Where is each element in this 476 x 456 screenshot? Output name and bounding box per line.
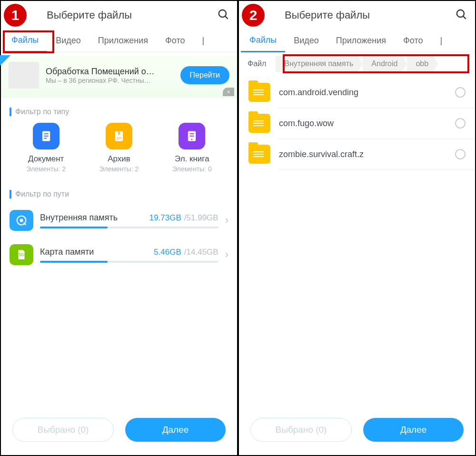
folder-icon (248, 83, 270, 102)
tab-apps[interactable]: Приложения (89, 30, 157, 52)
svg-rect-4 (44, 136, 48, 137)
type-label: Эл. книга (163, 154, 220, 164)
crumb-android[interactable]: Android (363, 56, 402, 72)
tab-photo[interactable]: Фото (157, 30, 193, 52)
svg-text:SD: SD (19, 252, 24, 257)
folder-name: zombie.survival.craft.z (279, 149, 446, 159)
tabs: Файлы Видео Приложения Фото | (239, 30, 475, 52)
svg-rect-5 (44, 138, 47, 139)
svg-rect-7 (118, 132, 120, 133)
type-count: Элементы: 0 (163, 165, 220, 173)
ad-go-button[interactable]: Перейти (180, 66, 229, 84)
breadcrumb: Файл Внутренняя память Android obb (239, 52, 475, 75)
selected-count-button[interactable]: Выбрано (0) (250, 418, 352, 442)
folder-icon (248, 145, 270, 164)
page-title: Выберите файлы (47, 9, 217, 21)
search-icon[interactable] (455, 8, 467, 22)
bottom-bar: Выбрано (0) Далее (239, 410, 475, 455)
header: Выберите файлы (239, 1, 475, 30)
tab-apps[interactable]: Приложения (327, 30, 395, 52)
ad-title: Обработка Помещений о… (46, 67, 174, 77)
ad-thumbnail (9, 62, 39, 89)
section-filter-path: Фильтр по пути Внутренняя память 19.73GB… (1, 184, 237, 277)
storage-bar-fill (40, 261, 108, 263)
svg-line-19 (463, 16, 466, 19)
step-badge-1: 1 (4, 4, 27, 27)
chevron-right-icon: › (225, 214, 228, 227)
type-count: Элементы: 2 (18, 165, 75, 173)
select-radio[interactable] (455, 87, 466, 98)
folder-row[interactable]: zombie.survival.craft.z (239, 139, 475, 169)
folder-row[interactable]: com.android.vending (239, 77, 475, 108)
section-title-path: Фильтр по пути (10, 190, 228, 198)
tab-video[interactable]: Видео (285, 30, 327, 52)
pane-step-2: 2 Выберите файлы Файлы Видео Приложения … (238, 0, 476, 456)
svg-point-13 (191, 139, 193, 140)
bottom-bar: Выбрано (0) Далее (1, 410, 237, 455)
folder-list: com.android.vending com.fugo.wow zombie.… (239, 75, 475, 172)
pane-step-1: 1 Выберите файлы Файлы Видео Приложения … (0, 0, 238, 456)
folder-row[interactable]: com.fugo.wow (239, 108, 475, 139)
storage-name: Внутренняя память (40, 213, 118, 223)
folder-name: com.android.vending (279, 88, 446, 98)
tab-photo[interactable]: Фото (395, 30, 431, 52)
type-archive[interactable]: ZIP Архив Элементы: 2 (90, 123, 148, 173)
hdd-icon (10, 210, 33, 231)
svg-rect-12 (190, 136, 194, 137)
document-icon (33, 123, 60, 149)
page-title: Выберите файлы (285, 9, 455, 21)
ad-body: Обработка Помещений о… Мы – в 36 региона… (46, 67, 174, 84)
storage-total: /14.45GB (184, 248, 218, 257)
tab-overflow[interactable]: | (193, 30, 213, 52)
storage-used: 19.73GB (149, 213, 181, 223)
storage-used: 5.46GB (154, 248, 181, 257)
folder-name: com.fugo.wow (279, 119, 446, 129)
ad-card[interactable]: Обработка Помещений о… Мы – в 36 региона… (1, 56, 237, 98)
section-title-type: Фильтр по типу (10, 108, 228, 116)
section-filter-type: Фильтр по типу Документ Элементы: 2 ZIP … (1, 102, 237, 184)
svg-rect-11 (190, 133, 194, 134)
tabs: Файлы Видео Приложения Фото | (1, 30, 237, 52)
svg-point-18 (457, 10, 464, 17)
search-icon[interactable] (217, 8, 229, 22)
crumb-root[interactable]: Файл (243, 56, 271, 72)
type-label: Документ (18, 154, 75, 164)
ad-corner-icon (0, 55, 10, 66)
next-button[interactable]: Далее (125, 418, 226, 442)
tab-files[interactable]: Файлы (3, 30, 47, 52)
storage-bar (40, 261, 218, 263)
storage-internal[interactable]: Внутренняя память 19.73GB /51.99GB › (10, 205, 228, 239)
storage-name: Карта памяти (40, 247, 94, 257)
crumb-internal[interactable]: Внутренняя память (276, 56, 358, 72)
svg-line-1 (225, 16, 228, 19)
chevron-right-icon: › (225, 248, 228, 261)
sdcard-icon: SD (10, 244, 33, 265)
tab-video[interactable]: Видео (47, 30, 89, 52)
type-ebook[interactable]: Эл. книга Элементы: 0 (163, 123, 220, 173)
ad-close-icon[interactable]: × (223, 88, 234, 96)
storage-sdcard[interactable]: SD Карта памяти 5.46GB /14.45GB › (10, 239, 228, 274)
svg-rect-8 (118, 133, 120, 134)
svg-point-15 (20, 219, 23, 222)
storage-bar-fill (40, 227, 108, 228)
storage-bar (40, 227, 218, 228)
select-radio[interactable] (455, 149, 466, 159)
select-radio[interactable] (455, 118, 466, 129)
type-document[interactable]: Документ Элементы: 2 (18, 123, 75, 173)
type-count: Элементы: 2 (90, 165, 148, 173)
crumb-obb[interactable]: obb (407, 56, 433, 72)
step-badge-2: 2 (242, 4, 265, 27)
storage-total: /51.99GB (184, 213, 218, 223)
selected-count-button[interactable]: Выбрано (0) (12, 418, 114, 442)
next-button[interactable]: Далее (363, 418, 464, 442)
header: Выберите файлы (1, 1, 237, 30)
archive-icon: ZIP (106, 123, 132, 149)
svg-point-0 (219, 10, 226, 17)
svg-text:ZIP: ZIP (117, 137, 122, 140)
tab-files[interactable]: Файлы (241, 30, 285, 52)
svg-rect-3 (44, 133, 48, 134)
type-label: Архив (90, 154, 148, 164)
tab-overflow[interactable]: | (431, 30, 451, 52)
ad-subtitle: Мы – в 36 регионах РФ. Честны… (46, 77, 174, 84)
folder-icon (248, 114, 270, 133)
